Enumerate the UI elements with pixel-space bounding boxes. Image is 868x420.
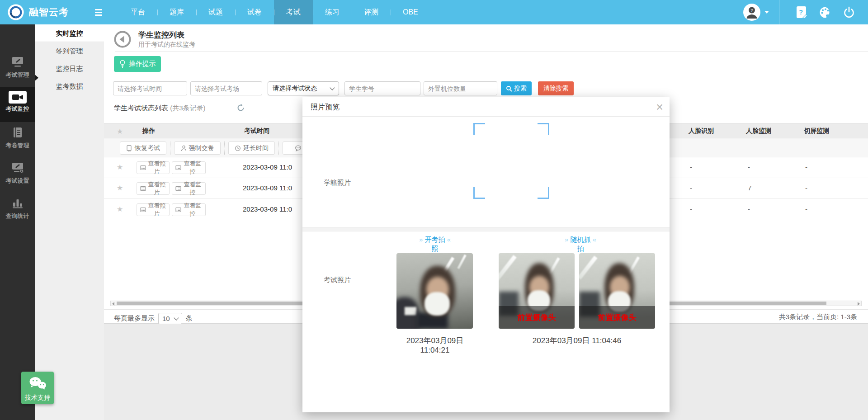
- card-list-icon: [175, 186, 181, 191]
- nav-item-exam[interactable]: 考试: [274, 0, 313, 24]
- view-photo-label: 查看照片: [148, 180, 166, 197]
- sidebar-item-query-statistics[interactable]: 查询统计: [0, 193, 35, 228]
- corner-bracket-icon: [538, 187, 549, 199]
- subsidebar-item-proctor-data[interactable]: 监考数据: [35, 77, 104, 95]
- external-camera-count-input[interactable]: [424, 81, 497, 95]
- search-button[interactable]: 搜索: [501, 81, 532, 95]
- student-id-input[interactable]: [344, 81, 420, 95]
- main-menu: 平台 题库 试题 试卷 考试 练习 评测 OBE: [118, 0, 430, 24]
- page-title: 学生监控列表: [138, 30, 184, 40]
- user-menu[interactable]: ?: [743, 4, 769, 21]
- exam-status-select[interactable]: 请选择考试状态: [268, 81, 339, 95]
- card-list-icon: [175, 165, 181, 170]
- student-photo-placeholder: [473, 123, 549, 199]
- help-feedback-icon[interactable]: ?: [796, 5, 807, 19]
- scroll-right-arrow[interactable]: [858, 302, 860, 306]
- top-navbar: 融智云考 平台 题库 试题 试卷 考试 练习 评测 OBE ?: [0, 0, 868, 24]
- extend-time-button[interactable]: 延长时间: [228, 142, 275, 155]
- star-icon[interactable]: ★: [117, 163, 123, 171]
- sidebar-item-paper-management[interactable]: 考卷管理: [0, 122, 35, 157]
- face-id-cell: -: [690, 184, 692, 192]
- nav-item-questions[interactable]: 试题: [196, 0, 235, 24]
- sidebar-item-exam-settings[interactable]: 考试设置: [0, 157, 35, 193]
- app-root: 融智云考 平台 题库 试题 试卷 考试 练习 评测 OBE ?: [0, 0, 868, 420]
- random-capture-photo-1[interactable]: 前置摄像头: [499, 253, 575, 329]
- tech-support-button[interactable]: 技术支持: [21, 372, 54, 404]
- chevron-down-icon: [764, 11, 769, 14]
- resume-exam-button[interactable]: 恢复考试: [120, 142, 166, 155]
- guillemet-left-icon: «: [593, 236, 596, 243]
- screen-monitor-cell: -: [805, 184, 807, 192]
- nav-item-evaluation[interactable]: 评测: [352, 0, 391, 24]
- exam-room-input[interactable]: [190, 81, 262, 95]
- sidebar-item-label: 考卷管理: [0, 142, 35, 150]
- operation-tips-button[interactable]: 操作提示: [114, 56, 161, 72]
- star-icon[interactable]: ★: [117, 184, 123, 192]
- table-record-count: (共3条记录): [170, 104, 205, 112]
- timestamp-date: 2023年03月09日: [376, 336, 494, 345]
- subsidebar-item-realtime-monitoring[interactable]: 实时监控: [35, 24, 104, 42]
- sidebar-item-exam-management[interactable]: 考试管理: [0, 52, 35, 87]
- operation-tips-label: 操作提示: [129, 60, 156, 68]
- random-capture-label: 随机抓: [571, 236, 591, 243]
- scroll-left-arrow[interactable]: [112, 302, 114, 306]
- back-button[interactable]: [114, 31, 131, 48]
- start-capture-header: » 开考拍 « 照: [408, 235, 462, 253]
- nav-item-platform[interactable]: 平台: [118, 0, 157, 24]
- nav-item-papers[interactable]: 试卷: [235, 0, 274, 24]
- column-face-monitor: 人脸监测: [746, 127, 771, 135]
- per-page-control: 每页最多显示 10 条: [114, 313, 193, 324]
- face-id-cell: -: [690, 163, 692, 171]
- view-photo-button[interactable]: 查看照片: [137, 161, 170, 174]
- per-page-value: 10: [162, 315, 170, 322]
- random-capture-timestamp: 2023年03月09日 11:04:46: [509, 336, 645, 345]
- guillemet-left-icon: «: [447, 236, 451, 243]
- exam-time-cell: 2023-03-09 11:0: [243, 205, 292, 213]
- svg-text:?: ?: [799, 8, 803, 16]
- face-monitor-cell: -: [748, 205, 750, 213]
- view-photo-button[interactable]: 查看照片: [137, 203, 170, 216]
- theme-palette-icon[interactable]: [819, 6, 831, 19]
- per-page-select[interactable]: 10: [158, 313, 182, 324]
- tech-support-label: 技术支持: [21, 394, 54, 402]
- view-photo-button[interactable]: 查看照片: [137, 182, 170, 195]
- exam-time-input[interactable]: [113, 81, 187, 95]
- navbar-divider: [779, 0, 779, 24]
- star-icon[interactable]: ★: [117, 127, 123, 136]
- nav-item-obe[interactable]: OBE: [391, 0, 430, 24]
- force-submit-button[interactable]: 强制交卷: [174, 142, 221, 155]
- sidebar-item-exam-monitoring[interactable]: 考试监控: [0, 87, 35, 122]
- chevron-down-icon: [174, 315, 179, 320]
- clear-search-button[interactable]: 清除搜索: [538, 81, 574, 95]
- subsidebar-item-checkin-management[interactable]: 签到管理: [35, 42, 104, 60]
- exam-start-photo[interactable]: [396, 253, 473, 329]
- view-photo-label: 查看照片: [148, 160, 166, 176]
- brand-logo[interactable]: 融智云考: [0, 4, 69, 21]
- nav-item-question-bank[interactable]: 题库: [157, 0, 196, 24]
- person-icon: [181, 145, 187, 151]
- nav-item-practice[interactable]: 练习: [313, 0, 352, 24]
- close-icon[interactable]: ×: [656, 99, 663, 115]
- wechat-icon: [28, 376, 47, 391]
- view-monitor-button[interactable]: 查看监控: [172, 182, 206, 195]
- sidebar-item-label: 考试设置: [0, 177, 35, 185]
- search-label: 搜索: [514, 85, 527, 93]
- random-capture-photo-2[interactable]: 前置摄像头: [579, 253, 655, 329]
- header-divider: [115, 51, 868, 52]
- logout-power-icon[interactable]: [843, 6, 855, 18]
- pagination-summary: 共3条记录，当前页: 1-3条: [779, 313, 857, 321]
- photo-preview-modal: 照片预览 × 学籍照片 考试照片 » 开考拍 « 照: [302, 97, 670, 412]
- primary-sidebar: 考试管理 考试监控 考卷管理: [0, 24, 35, 420]
- guillemet-right-icon: »: [565, 236, 568, 243]
- view-monitor-button[interactable]: 查看监控: [172, 203, 206, 216]
- modal-header: 照片预览 ×: [302, 97, 670, 117]
- clock-icon: [235, 145, 241, 151]
- view-monitor-button[interactable]: 查看监控: [172, 161, 206, 174]
- subsidebar-item-monitoring-log[interactable]: 监控日志: [35, 60, 104, 77]
- menu-collapse-icon[interactable]: [95, 9, 102, 16]
- refresh-icon[interactable]: [237, 104, 245, 112]
- star-icon[interactable]: ★: [117, 205, 123, 213]
- card-list-icon: [140, 165, 146, 170]
- toolbar-separator: [224, 142, 225, 155]
- brand-logo-icon: [7, 4, 24, 21]
